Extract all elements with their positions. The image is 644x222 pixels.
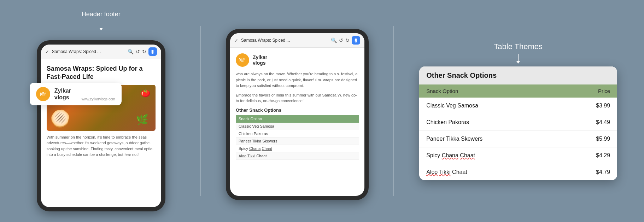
check-icon-2: ✓ bbox=[234, 38, 238, 43]
table-header-row: Snack Option Price bbox=[419, 84, 617, 98]
table-item-name-5: Aloo Tikki Chaat bbox=[426, 169, 596, 175]
back-icon[interactable]: ↺ bbox=[136, 49, 140, 54]
wide-body2: Embrace the flavors of India this summer… bbox=[236, 92, 359, 104]
logo-row-wide: 🍽 Zylkar vlogs bbox=[236, 53, 359, 67]
forward-icon[interactable]: ↻ bbox=[142, 49, 146, 54]
svg-point-1 bbox=[152, 52, 153, 53]
svg-point-3 bbox=[356, 41, 356, 42]
mini-table-cell: Classic Veg Samosa bbox=[236, 123, 359, 130]
table-item-price-3: $5.99 bbox=[596, 136, 610, 142]
table-item-price-1: $3.99 bbox=[596, 103, 610, 109]
table-row-4: Spicy Chana Chaat $4.29 bbox=[419, 147, 617, 164]
table-title: Other Snack Options bbox=[419, 66, 617, 84]
table-item-name-3: Paneer Tikka Skewers bbox=[426, 136, 596, 142]
mini-table-cell: Chicken Pakoras bbox=[236, 130, 359, 137]
phone-mock-2: ✓ Samosa Wraps: Spiced ... 🔍 ↺ ↻ bbox=[226, 29, 369, 200]
section-wide-phone: ✓ Samosa Wraps: Spiced ... 🔍 ↺ ↻ bbox=[216, 22, 379, 200]
wide-logo-circle: 🍽 bbox=[236, 53, 249, 67]
table-item-name-1: Classic Veg Samosa bbox=[426, 103, 596, 109]
table-item-price-2: $4.49 bbox=[596, 119, 610, 125]
back-icon-2[interactable]: ↺ bbox=[339, 37, 343, 43]
phone-inner-1: ✓ Samosa Wraps: Spiced ... 🔍 ↺ ↻ bbox=[41, 45, 161, 207]
mini-table: Snack Option Classic Veg Samosa Chicken … bbox=[236, 115, 359, 160]
phone-inner-2: ✓ Samosa Wraps: Spiced ... 🔍 ↺ ↻ bbox=[230, 33, 364, 196]
check-icon-1: ✓ bbox=[45, 49, 49, 54]
mini-table-cell: Paneer Tikka Skewers bbox=[236, 137, 359, 145]
table-panel: Other Snack Options Snack Option Price C… bbox=[419, 66, 617, 180]
wide-section-title: Other Snack Options bbox=[236, 107, 359, 113]
forward-icon-2[interactable]: ↻ bbox=[345, 37, 350, 43]
wide-logo-name: Zylkar vlogs bbox=[253, 54, 267, 66]
main-container: Header footer 🍽 Zylkar vlogs www.zylkarv… bbox=[0, 0, 644, 222]
divider-1 bbox=[200, 26, 201, 196]
table-col-price: Price bbox=[598, 88, 610, 94]
table-row-2: Chicken Pakoras $4.49 bbox=[419, 114, 617, 131]
mini-table-cell: Aloo Tikki Chaat bbox=[236, 152, 359, 159]
table-row-5: Aloo Tikki Chaat $4.79 bbox=[419, 164, 617, 180]
phone-wrapper-1: 🍽 Zylkar vlogs www.zylkarvlogs.com ✓ Sam… bbox=[37, 40, 165, 211]
logo-url: www.zylkarvlogs.com bbox=[82, 97, 115, 101]
divider-2 bbox=[393, 26, 394, 196]
logo-text-line2: vlogs bbox=[54, 94, 71, 101]
table-item-name-2: Chicken Pakoras bbox=[426, 119, 596, 125]
mini-table-cell: Spicy Chana Chaat bbox=[236, 145, 359, 152]
header-card: 🍽 Zylkar vlogs www.zylkarvlogs.com bbox=[30, 83, 122, 105]
wide-logo-line1: Zylkar bbox=[253, 54, 267, 60]
wide-logo-icon: 🍽 bbox=[239, 57, 245, 64]
logo-icon-1: 🍽 bbox=[40, 90, 46, 98]
table-item-name-4: Spicy Chana Chaat bbox=[426, 152, 596, 159]
mini-table-row: Spicy Chana Chaat bbox=[236, 145, 359, 152]
section-arrow-3 bbox=[516, 54, 520, 64]
mini-table-row: Aloo Tikki Chaat bbox=[236, 152, 359, 159]
section-table-themes: Table Themes Other Snack Options Snack O… bbox=[409, 42, 628, 180]
browser-bar-1[interactable]: ✓ Samosa Wraps: Spiced ... 🔍 ↺ ↻ bbox=[41, 45, 161, 59]
wide-logo-line2: vlogs bbox=[253, 60, 267, 66]
phone-mock-1: ✓ Samosa Wraps: Spiced ... 🔍 ↺ ↻ bbox=[37, 40, 165, 211]
browser-bar-2[interactable]: ✓ Samosa Wraps: Spiced ... 🔍 ↺ ↻ bbox=[230, 33, 364, 48]
url-text-1: Samosa Wraps: Spiced ... bbox=[52, 49, 125, 54]
browser-icons-2: 🔍 ↺ ↻ bbox=[331, 36, 360, 45]
table-row-3: Paneer Tikka Skewers $5.99 bbox=[419, 131, 617, 147]
url-text-2: Samosa Wraps: Spiced ... bbox=[241, 38, 328, 43]
article-title: Samosa Wraps: Spiced Up for a Fast-Paced… bbox=[47, 65, 156, 81]
mini-table-header: Snack Option bbox=[236, 115, 359, 123]
section-arrow-1 bbox=[99, 21, 103, 30]
wide-content: 🍽 Zylkar vlogs who are always on the mov… bbox=[230, 48, 364, 165]
mini-table-row: Paneer Tikka Skewers bbox=[236, 137, 359, 145]
logo-name-1: Zylkar vlogs bbox=[54, 87, 71, 101]
mini-table-row: Classic Veg Samosa bbox=[236, 123, 359, 130]
table-row-1: Classic Veg Samosa $3.99 bbox=[419, 98, 617, 114]
mobile-icon[interactable] bbox=[148, 47, 157, 56]
search-icon[interactable]: 🔍 bbox=[128, 49, 134, 54]
logo-circle-1: 🍽 bbox=[36, 87, 50, 101]
phone-wrapper-2: ✓ Samosa Wraps: Spiced ... 🔍 ↺ ↻ bbox=[226, 29, 369, 200]
header-footer-label: Header footer bbox=[82, 11, 121, 18]
table-item-price-4: $4.29 bbox=[596, 152, 610, 159]
search-icon-2[interactable]: 🔍 bbox=[331, 37, 337, 43]
wide-body1: who are always on the move. Whether you'… bbox=[236, 71, 359, 89]
mini-table-row: Chicken Pakoras bbox=[236, 130, 359, 137]
article-body: With summer on the horizon, it's time to… bbox=[47, 134, 156, 158]
mobile-icon-2[interactable] bbox=[352, 36, 360, 45]
article-content-1: Samosa Wraps: Spiced Up for a Fast-Paced… bbox=[41, 59, 161, 163]
section-header-footer: Header footer 🍽 Zylkar vlogs www.zylkarv… bbox=[16, 11, 186, 211]
table-item-price-5: $4.79 bbox=[596, 169, 610, 175]
logo-text-line1: Zylkar bbox=[54, 87, 71, 94]
table-themes-label: Table Themes bbox=[494, 42, 543, 51]
table-col-name: Snack Option bbox=[426, 88, 598, 94]
browser-icons-1: 🔍 ↺ ↻ bbox=[128, 47, 157, 56]
